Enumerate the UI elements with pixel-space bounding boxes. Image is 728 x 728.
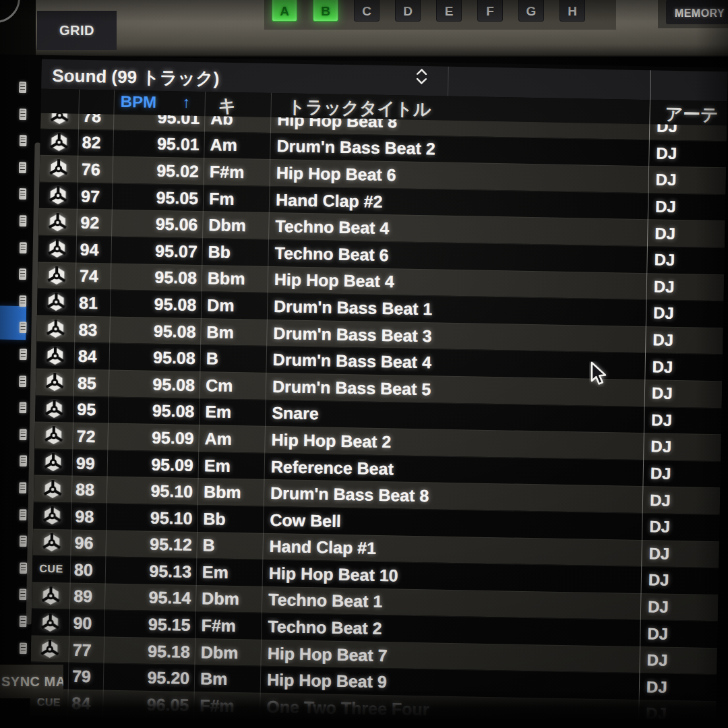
track-number: 80 <box>70 559 106 580</box>
grid-tab[interactable]: GRID <box>37 11 117 50</box>
track-artist: DJ <box>645 330 723 351</box>
track-key: F#m <box>193 696 260 717</box>
track-list-viewport: 7895.01AbHip Hop Beat 8DJ8295.01AmDrum'n… <box>30 113 727 728</box>
mouse-cursor-icon <box>589 361 611 390</box>
track-artist: DJ <box>646 277 724 297</box>
tree-item-marker[interactable] <box>19 82 26 93</box>
tree-item-marker[interactable] <box>19 509 26 520</box>
hotcue-bank-f-button[interactable]: F <box>477 0 503 22</box>
tree-item-marker[interactable] <box>19 375 26 387</box>
tree-item-marker[interactable] <box>19 535 26 547</box>
tree-item-marker[interactable] <box>19 322 26 334</box>
tree-item-marker[interactable] <box>19 188 26 200</box>
tree-item-marker[interactable] <box>19 162 26 173</box>
tree-item-marker[interactable] <box>19 242 26 253</box>
column-header-key[interactable]: キ <box>218 94 236 117</box>
track-icon <box>49 158 69 179</box>
playlist-title: Sound (99 トラック) <box>52 64 220 91</box>
track-key: Bm <box>194 669 261 690</box>
track-status-cell <box>34 452 73 473</box>
track-key: Cm <box>200 375 266 396</box>
track-number: 84 <box>74 346 110 367</box>
track-bpm: 95.05 <box>112 187 204 208</box>
track-key: B <box>200 348 267 369</box>
tree-item-marker[interactable] <box>19 215 26 226</box>
track-icon <box>45 345 66 366</box>
track-title: Reference Beat <box>264 456 643 483</box>
track-title: Drum'n Bass Beat 5 <box>266 377 644 403</box>
track-key: F#m <box>204 162 270 183</box>
hotcue-bank-d-button[interactable]: D <box>395 0 421 22</box>
track-icon <box>44 399 65 420</box>
track-icon <box>47 266 67 286</box>
tree-item-marker[interactable] <box>19 482 26 493</box>
tree-item-marker[interactable] <box>19 642 26 654</box>
track-status-cell <box>31 612 69 633</box>
track-status-cell <box>40 158 78 179</box>
tree-item-marker[interactable] <box>19 268 26 280</box>
sync-master-button[interactable]: SYNC MA <box>0 665 63 698</box>
hotcue-bank-h-button[interactable]: H <box>559 0 585 22</box>
track-artist: DJ <box>639 677 717 698</box>
track-bpm: 95.08 <box>109 347 201 368</box>
track-number: 92 <box>76 213 112 233</box>
tree-item-marker[interactable] <box>19 615 26 627</box>
track-icon <box>47 239 67 260</box>
track-rows: 7895.01AbHip Hop Beat 8DJ8295.01AmDrum'n… <box>30 113 727 728</box>
tree-item-marker[interactable] <box>19 456 26 467</box>
hotcue-bank-e-button[interactable]: E <box>436 0 462 22</box>
track-number: 88 <box>71 480 107 500</box>
tree-item-marker[interactable] <box>19 589 26 601</box>
track-status-cell <box>38 212 77 233</box>
hotcue-bank-a-button[interactable]: A <box>272 0 297 22</box>
track-title: Hand Clap #2 <box>269 189 648 216</box>
track-title: Techno Beat 2 <box>261 617 640 643</box>
track-number: 78 <box>78 113 114 127</box>
memory-button[interactable]: MEMORY <box>666 0 728 24</box>
sort-ascending-icon: ↑ <box>183 94 191 112</box>
tree-item-marker[interactable] <box>19 348 26 360</box>
tree-item-marker[interactable] <box>19 402 26 413</box>
track-title: Hip Hop Beat 9 <box>260 670 639 696</box>
header-divider <box>448 67 449 96</box>
track-bpm: 95.02 <box>113 160 204 181</box>
track-browser: Sound (99 トラック) BPM ↑ キ トラックタイトル アーテ <box>30 55 728 728</box>
track-key: Em <box>199 402 266 423</box>
column-header-artist[interactable]: アーテ <box>665 102 719 127</box>
track-icon <box>43 425 64 446</box>
track-artist: DJ <box>648 171 726 191</box>
track-artist: DJ <box>647 224 725 244</box>
track-number: 77 <box>69 640 104 660</box>
hotcue-bank-b-button[interactable]: B <box>313 0 338 22</box>
tree-item-marker[interactable] <box>19 135 26 146</box>
track-title: Techno Beat 1 <box>262 590 640 616</box>
track-status-cell <box>34 425 73 446</box>
tree-item-marker[interactable] <box>19 429 26 440</box>
track-bpm: 95.06 <box>111 214 203 235</box>
track-key: Am <box>204 135 270 156</box>
track-artist: DJ <box>646 304 723 324</box>
track-status-cell <box>37 292 75 313</box>
tree-item-marker[interactable] <box>19 109 26 120</box>
chevron-up-icon <box>417 69 427 75</box>
track-title: One Two Three Four <box>260 697 638 723</box>
track-icon <box>46 292 67 313</box>
track-icon <box>40 639 61 660</box>
track-artist: DJ <box>648 197 725 217</box>
tree-item-marker[interactable] <box>19 295 26 307</box>
track-key: Dbm <box>195 588 262 609</box>
track-status-cell <box>32 586 70 607</box>
track-artist: DJ <box>640 624 717 644</box>
track-status-cell <box>34 479 72 499</box>
track-bpm: 95.10 <box>107 481 198 502</box>
hotcue-bank-c-button[interactable]: C <box>354 0 380 22</box>
sort-toggle-icon[interactable] <box>411 69 433 94</box>
track-bpm: 95.18 <box>104 640 195 661</box>
track-title: Drum'n Bass Beat 4 <box>266 350 645 376</box>
track-number: 89 <box>69 586 105 607</box>
track-number: 98 <box>71 506 107 526</box>
hotcue-bank-g-button[interactable]: G <box>518 0 544 22</box>
column-header-bpm[interactable]: BPM <box>120 92 156 112</box>
tree-item-marker[interactable] <box>19 562 26 574</box>
track-status-cell <box>38 265 76 286</box>
